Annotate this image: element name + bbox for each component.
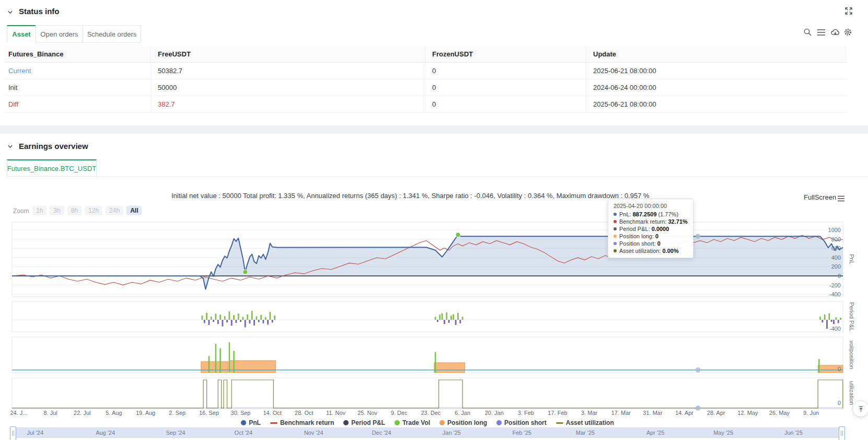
svg-text:0: 0 <box>838 273 841 279</box>
zoom-buttons: 1h3h8h12h24hAll <box>32 206 142 215</box>
svg-text:200: 200 <box>831 263 841 270</box>
cell-free-usdt: 50382.7 <box>158 63 182 79</box>
crosshair-dot <box>696 406 701 411</box>
x-axis-label: 5. Aug <box>106 410 122 416</box>
tab-open-orders[interactable]: Open orders <box>36 25 83 43</box>
asset-utilization-dot-icon <box>614 249 617 252</box>
chart-tooltip: 2025-04-20 00:00:00 PnL:887.2509(1.77%) … <box>608 199 693 258</box>
x-axis-label: 25. Nov <box>357 410 377 416</box>
zoom-button-8h[interactable]: 8h <box>67 206 82 215</box>
tooltip-item-period-pnl: Period P&L:0.0000 <box>614 225 688 233</box>
legend-item-period-p-l[interactable]: Period P&L <box>343 419 385 426</box>
earnings-section-title: Earnings overview <box>19 142 88 150</box>
table-row-current: Current 50382.7 0 2025-06-21 08:00:00 <box>4 63 847 79</box>
utilization-steps <box>12 380 843 408</box>
tab-asset[interactable]: Asset <box>7 25 36 43</box>
x-axis-label: 3. Mar <box>581 410 598 416</box>
tooltip-item-asset-utilization: Asset utilization:0.00% <box>614 247 688 254</box>
benchmark-dot-icon <box>614 220 617 223</box>
status-section-title: Status info <box>19 7 60 16</box>
row-label-current[interactable]: Current <box>8 63 31 79</box>
zoom-button-12h[interactable]: 12h <box>85 206 102 215</box>
x-axis-label: 24. J... <box>10 410 27 416</box>
panel-title: PnL <box>849 254 855 264</box>
earnings-stats-line: Initial net value : 50000 Total profit: … <box>171 192 650 200</box>
datazoom-month-label: Jul '24 <box>27 430 43 436</box>
tab-schedule-orders[interactable]: Schedule orders <box>83 25 141 43</box>
tooltip-item-benchmark: Benchmark return:32.71% <box>614 218 688 225</box>
x-axis-label: 14. Oct <box>263 410 281 416</box>
cloud-download-icon[interactable] <box>830 28 840 39</box>
row-label-init: Init <box>8 79 17 96</box>
panel-border-1 <box>12 302 843 332</box>
x-axis-label: 28. Apr <box>707 410 725 416</box>
x-axis-label: 17. Mar <box>611 410 631 416</box>
x-axis-label: 16. Sep <box>199 410 219 416</box>
cell-update: 2024-06-24 00:00:00 <box>593 79 656 96</box>
row-label-diff: Diff <box>8 96 18 113</box>
pnl-dot-icon <box>614 213 617 216</box>
status-collapse-chevron-icon[interactable] <box>7 8 14 18</box>
x-axis-label: 20. Jan <box>485 410 504 416</box>
zoom-button-all[interactable]: All <box>126 206 142 215</box>
datazoom-month-label: Oct '24 <box>235 430 253 436</box>
earnings-collapse-chevron-icon[interactable] <box>7 143 14 152</box>
menu-icon[interactable] <box>817 29 826 38</box>
column-header: FrozenUSDT <box>432 46 473 63</box>
legend-item-pnl[interactable]: PnL <box>241 419 261 426</box>
tab-futures-binance-btc-usdt[interactable]: Futures_Binance.BTC_USDT <box>7 159 97 177</box>
legend-dot-icon <box>241 420 246 425</box>
x-axis-label: 12. May <box>737 410 758 416</box>
svg-text:400: 400 <box>831 254 841 261</box>
column-divider <box>151 46 151 113</box>
legend-item-position-long[interactable]: Position long <box>439 419 487 426</box>
earnings-chart[interactable]: 10008006004002000-200-400-4000024. J...8… <box>0 219 868 429</box>
table-row-init: Init 50000 0 2024-06-24 00:00:00 <box>4 79 847 96</box>
legend-dot-icon <box>395 420 400 425</box>
position-long-bar <box>434 363 465 373</box>
trading-dashboard: Status info Asset Open orders Schedule o… <box>0 0 868 440</box>
zoom-button-3h[interactable]: 3h <box>50 206 64 215</box>
x-axis-label: 6. Jan <box>455 410 470 416</box>
datazoom-month-label: Sep '24 <box>166 430 185 436</box>
legend-line-icon <box>556 422 563 424</box>
svg-text:600: 600 <box>831 245 841 251</box>
tooltip-item-position-long: Position long:0 <box>614 233 688 240</box>
zoom-button-24h[interactable]: 24h <box>106 206 123 215</box>
cell-update: 2025-06-21 08:00:00 <box>593 96 656 113</box>
datazoom-right-handle[interactable] <box>839 426 845 440</box>
legend-item-trade-vol[interactable]: Trade Vol <box>395 419 430 426</box>
datazoom-month-label: Feb '25 <box>513 430 531 436</box>
panel-border-3 <box>12 378 843 408</box>
toolbox-menu-icon[interactable] <box>837 194 845 204</box>
back-to-top-button[interactable] <box>852 400 868 417</box>
svg-text:-200: -200 <box>829 282 841 288</box>
zoom-button-1h[interactable]: 1h <box>32 206 47 215</box>
search-icon[interactable] <box>803 28 812 39</box>
legend-dot-icon <box>343 420 349 425</box>
trade-marker-dot <box>456 233 460 237</box>
legend-item-asset-utilization[interactable]: Asset utilization <box>556 419 614 426</box>
cell-frozen-usdt: 0 <box>432 79 436 96</box>
position-long-bar <box>201 362 228 373</box>
svg-text:0: 0 <box>838 400 841 406</box>
svg-text:-400: -400 <box>829 291 841 297</box>
x-axis-label: 11. Nov <box>326 410 346 416</box>
x-axis-label: 9. Jun <box>803 410 819 416</box>
fullscreen-button[interactable]: FullScreen <box>804 193 836 201</box>
legend-item-position-short[interactable]: Position short <box>496 419 547 426</box>
panel-border-2 <box>12 337 843 373</box>
table-row-diff: Diff 382.7 0 2025-06-21 08:00:00 <box>4 96 847 113</box>
x-axis-label: 28. Oct <box>295 410 313 416</box>
x-axis-label: 19. Aug <box>136 410 155 416</box>
legend-item-benchmark-return[interactable]: Benchmark return <box>270 419 334 426</box>
datazoom-month-label: Jun '25 <box>784 430 803 436</box>
datazoom-slider[interactable]: Jul '24Aug '24Sep '24Oct '24Nov '24Dec '… <box>12 427 843 438</box>
gear-icon[interactable] <box>843 28 852 39</box>
datazoom-left-handle[interactable] <box>10 426 16 440</box>
cell-free-usdt: 50000 <box>158 79 177 96</box>
arrows-expand-icon[interactable] <box>844 7 853 17</box>
pnl-area <box>12 235 843 289</box>
legend-dot-icon <box>439 420 445 425</box>
datazoom-month-label: Apr '25 <box>646 430 665 436</box>
